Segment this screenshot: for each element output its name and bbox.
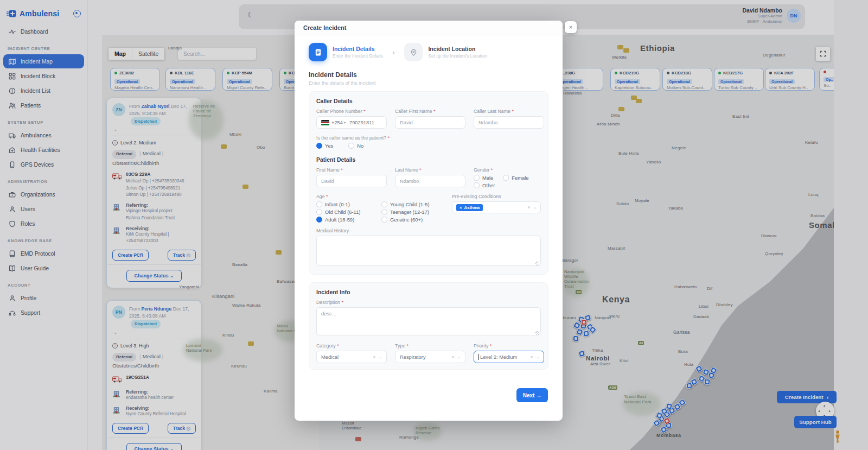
last-name-field[interactable]: Ndambo (395, 175, 465, 187)
first-name-field[interactable]: David (316, 175, 387, 187)
document-icon (314, 48, 322, 56)
radio-age-old-child[interactable] (316, 209, 322, 215)
app: Ambulensi Dashboard INCIDENT CENTRE Inci… (0, 0, 868, 450)
chevron-down-icon[interactable]: ▾ (344, 121, 346, 124)
age-option-label: Teenager (12-17) (390, 209, 429, 215)
radio-age-young-child[interactable] (381, 201, 387, 207)
age-option-label: Infant (0-1) (325, 201, 350, 207)
last-name-label: Last Name * (395, 167, 465, 173)
conditions-label: Pre-existing Conditions (452, 194, 541, 199)
chevron-down-icon[interactable]: ⌄ (537, 355, 539, 359)
radio-age-adult[interactable] (316, 217, 322, 223)
same-as-patient-label: Is the caller same as the patient? * (316, 135, 541, 141)
category-value: Medical (321, 354, 339, 360)
step-2-title[interactable]: Incident Location (428, 46, 487, 52)
age-option-label: Old Child (6-11) (325, 209, 360, 215)
kenya-flag-icon (321, 120, 329, 125)
other-label: Other (482, 182, 495, 188)
no-label: No (357, 143, 363, 149)
male-label: Male (482, 175, 493, 181)
first-name-label: First Name * (316, 167, 387, 173)
priority-select[interactable]: Level 2: Medium ×⌄ (474, 351, 544, 363)
remove-icon[interactable]: × (459, 205, 462, 210)
age-label: Age * (316, 194, 444, 199)
radio-age-geriatric[interactable] (381, 217, 387, 223)
radio-yes[interactable] (316, 143, 322, 149)
female-label: Female (512, 175, 528, 181)
priority-label: Priority * (474, 343, 544, 348)
caller-details-title: Caller Details (316, 98, 541, 104)
caller-patient-card: Caller Details Caller Phone Number * +25… (309, 91, 548, 275)
age-option-label: Geriatric (60+) (390, 217, 423, 223)
radio-age-infant[interactable] (316, 201, 322, 207)
clear-icon[interactable]: × (452, 354, 455, 360)
caller-last-name-field[interactable]: Ndambo (474, 116, 544, 129)
text-cursor (478, 354, 479, 360)
description-label: Description * (316, 300, 541, 305)
caller-last-name-label: Caller Last Name * (474, 109, 544, 114)
radio-female[interactable] (503, 175, 509, 181)
medical-history-textarea[interactable] (316, 236, 541, 266)
step-1-title[interactable]: Incident Details (333, 46, 383, 52)
type-select[interactable]: Respiratory ×⌄ (395, 351, 465, 363)
phone-label: Caller Phone Number * (316, 109, 387, 114)
radio-other[interactable] (474, 182, 480, 188)
dial-code[interactable]: +254 (331, 120, 343, 125)
close-button[interactable]: × (565, 21, 577, 33)
gender-label: Gender * (474, 167, 541, 173)
clear-icon[interactable]: × (531, 354, 533, 360)
medical-history-label: Medical History (316, 228, 541, 233)
category-select[interactable]: Medical ×⌄ (316, 351, 387, 363)
patient-details-title: Patient Details (316, 156, 541, 163)
location-pin-icon (410, 48, 418, 56)
next-button[interactable]: Next → (516, 388, 548, 402)
modal-title: Create Incident (295, 21, 563, 35)
clear-icon[interactable]: × (373, 354, 376, 360)
caller-first-name-label: Caller First Name * (395, 109, 465, 114)
step-1-subtitle: Enter the Incident Details (333, 53, 383, 59)
radio-age-teenager[interactable] (381, 209, 387, 215)
chevron-down-icon[interactable]: ⌄ (534, 205, 537, 210)
chevron-right-icon: › (393, 49, 395, 55)
incident-info-card: Incident Info Description * desc... Cate… (309, 282, 548, 370)
section-title: Incident Details (309, 71, 548, 79)
stepper: Incident Details Enter the Incident Deta… (295, 35, 563, 67)
priority-value: Level 2: Medium (480, 354, 517, 360)
step-2-icon (404, 43, 423, 61)
caller-phone-field[interactable]: +254 ▾ 790291811 (316, 116, 387, 129)
description-textarea[interactable]: desc... (316, 307, 541, 335)
chevron-down-icon[interactable]: ⌄ (458, 355, 461, 359)
incident-info-title: Incident Info (316, 289, 541, 295)
yes-label: Yes (325, 143, 333, 149)
create-incident-modal: Create Incident Incident Details Enter t… (295, 21, 563, 421)
caller-first-name-field[interactable]: David (395, 116, 465, 129)
type-value: Respiratory (400, 354, 426, 360)
condition-chip-label: Asthma (464, 205, 480, 210)
condition-chip[interactable]: ×Asthma (456, 204, 483, 211)
chevron-down-icon[interactable]: ⌄ (379, 355, 382, 359)
close-icon: × (569, 24, 572, 30)
radio-male[interactable] (474, 175, 480, 181)
radio-no[interactable] (348, 143, 354, 149)
step-1-icon (309, 43, 327, 61)
section-subtitle: Enter the details of the incident (309, 80, 548, 86)
age-option-label: Young Child (1-5) (390, 201, 430, 207)
phone-value: 790291811 (349, 120, 374, 125)
age-option-label: Adult (18-59) (325, 217, 354, 223)
step-2-subtitle: Set up the Incident's Location (428, 53, 487, 59)
clear-icon[interactable]: × (528, 205, 531, 210)
type-label: Type * (395, 343, 465, 348)
category-label: Category * (316, 343, 387, 348)
conditions-multiselect[interactable]: ×Asthma × ⌄ (452, 201, 541, 213)
